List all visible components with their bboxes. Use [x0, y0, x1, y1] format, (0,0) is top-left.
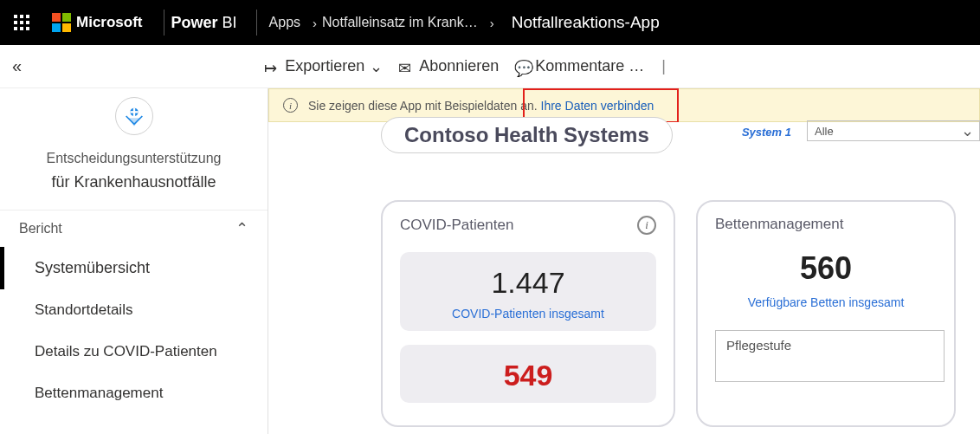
- covid-positive-metric[interactable]: 549: [400, 345, 656, 403]
- microsoft-squares-icon: [52, 13, 71, 32]
- covid-card: COVID-Patienten i 1.447 COVID-Patienten …: [381, 200, 675, 427]
- app-title-line2: für Krankenhausnotfälle: [17, 170, 250, 195]
- nav-bed-management[interactable]: Bettenmanagement: [0, 372, 268, 414]
- covid-total-label: COVID-Patienten insgesamt: [407, 307, 649, 321]
- care-level-label: Pflegestufe: [726, 338, 791, 353]
- dropdown-value: Alle: [815, 125, 834, 138]
- app-icon: [115, 97, 153, 135]
- chevron-down-icon: ⌄: [961, 121, 974, 140]
- beds-card: Bettenmanagement 560 Verfügbare Betten i…: [696, 200, 956, 427]
- breadcrumb-app[interactable]: Notfalleinsatz im Krank…: [322, 15, 478, 30]
- chevron-right-icon: ›: [313, 16, 317, 30]
- section-bericht[interactable]: Bericht ⌃: [0, 210, 268, 247]
- filter-dropdown[interactable]: Alle ⌄: [807, 120, 980, 141]
- global-header: Microsoft Power BI Apps › Notfalleinsatz…: [0, 0, 980, 45]
- covid-total-value: 1.447: [407, 266, 649, 300]
- beds-label: Verfügbare Betten insgesamt: [715, 295, 937, 309]
- covid-positive-value: 549: [407, 359, 649, 392]
- medical-icon: [122, 104, 146, 128]
- beds-card-title: Bettenmanagement: [715, 216, 843, 233]
- cards-row: COVID-Patienten i 1.447 COVID-Patienten …: [381, 200, 980, 427]
- nav-system-overview[interactable]: Systemübersicht: [0, 247, 268, 289]
- system-label: System 1: [742, 126, 791, 139]
- chevron-right-icon: ›: [490, 16, 494, 30]
- export-label: Exportieren: [285, 57, 364, 75]
- export-icon: ↦: [264, 59, 280, 74]
- svg-rect-2: [130, 111, 138, 113]
- divider: |: [661, 57, 666, 75]
- nav-covid-details[interactable]: Details zu COVID-Patienten: [0, 331, 268, 372]
- breadcrumb-current: Notfallreaktions-App: [512, 13, 660, 32]
- info-icon: i: [283, 98, 298, 113]
- sidebar: Entscheidungsunterstützung für Krankenha…: [0, 88, 268, 434]
- comments-button[interactable]: 💬 Kommentare …: [514, 57, 644, 75]
- main-report: i Sie zeigen diese App mit Beispieldaten…: [268, 88, 980, 434]
- connect-data-link[interactable]: Ihre Daten verbinden: [541, 99, 654, 113]
- subscribe-button[interactable]: ✉ Abonnieren: [398, 57, 499, 75]
- microsoft-logo[interactable]: Microsoft: [52, 13, 143, 32]
- powerbi-logo[interactable]: Power BI: [171, 14, 237, 32]
- export-button[interactable]: ↦ Exportieren ⌄: [264, 57, 383, 76]
- comments-label: Kommentare …: [535, 57, 644, 75]
- info-icon[interactable]: i: [637, 216, 656, 235]
- covid-card-title: COVID-Patienten: [400, 217, 513, 234]
- covid-total-metric[interactable]: 1.447 COVID-Patienten insgesamt: [400, 252, 656, 331]
- microsoft-text: Microsoft: [76, 14, 143, 31]
- beds-metric[interactable]: 560 Verfügbare Betten insgesamt: [715, 250, 937, 309]
- subscribe-label: Abonnieren: [419, 57, 499, 75]
- report-body: Contoso Health Systems System 1 Alle ⌄ C…: [268, 122, 980, 427]
- chevron-up-icon: ⌃: [235, 219, 248, 238]
- app-title: Entscheidungsunterstützung für Krankenha…: [0, 147, 268, 210]
- report-toolbar: ↦ Exportieren ⌄ ✉ Abonnieren 💬 Kommentar…: [264, 57, 667, 76]
- app-title-line1: Entscheidungsunterstützung: [17, 147, 250, 170]
- divider: [164, 10, 164, 36]
- collapse-sidebar-icon[interactable]: «: [12, 56, 22, 76]
- care-level-box[interactable]: Pflegestufe: [715, 330, 945, 382]
- sub-toolbar: « ↦ Exportieren ⌄ ✉ Abonnieren 💬 Komment…: [0, 45, 980, 88]
- banner-text: Sie zeigen diese App mit Beispieldaten a…: [308, 99, 538, 113]
- section-label: Bericht: [19, 221, 62, 236]
- content-area: Entscheidungsunterstützung für Krankenha…: [0, 88, 980, 434]
- bi-text: BI: [222, 14, 237, 31]
- report-title: Contoso Health Systems: [381, 117, 673, 153]
- chevron-down-icon: ⌄: [370, 57, 383, 76]
- waffle-icon[interactable]: [14, 15, 29, 30]
- divider: [256, 10, 257, 36]
- power-text: Power: [171, 14, 218, 31]
- beds-value: 560: [715, 250, 937, 287]
- comment-icon: 💬: [514, 59, 530, 74]
- breadcrumb-apps[interactable]: Apps: [269, 15, 300, 30]
- mail-icon: ✉: [398, 59, 414, 74]
- nav-location-details[interactable]: Standortdetails: [0, 289, 268, 331]
